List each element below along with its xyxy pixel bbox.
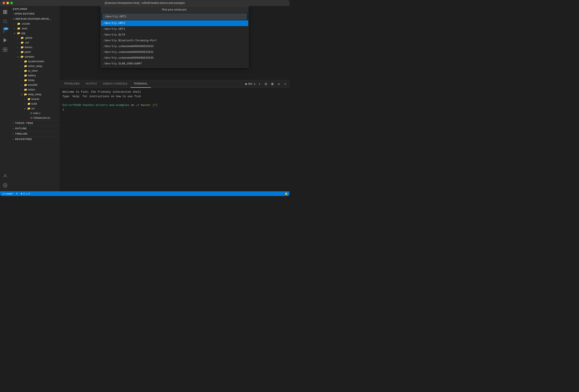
tree-item-patch[interactable]: › 📁 patch: [10, 50, 60, 54]
sync-icon: ↻: [16, 192, 18, 195]
vscode-label: .vscode: [21, 22, 30, 25]
folder-expanded-icon: ∨: [17, 55, 20, 58]
picker-item-1[interactable]: /dev/tty.URT1: [101, 26, 248, 32]
terminal-add-button[interactable]: +: [257, 81, 262, 86]
explorer-activity-icon[interactable]: [1, 8, 9, 16]
tab-output[interactable]: OUTPUT: [83, 80, 100, 88]
tree-item-src[interactable]: ∨ 📂 src: [10, 106, 60, 111]
picker-item-4[interactable]: /dev/tty.usbmodem0009600833633: [101, 43, 248, 49]
open-editors-section[interactable]: › OPEN EDITORS: [10, 11, 60, 16]
tree-item-button[interactable]: › 📁 button: [10, 87, 60, 92]
tree-item-at-client[interactable]: › 📁 at_client: [10, 69, 60, 73]
todos-chevron: ›: [13, 122, 14, 124]
tree-item-west[interactable]: › 📁 .west: [10, 26, 60, 31]
open-editors-label: OPEN EDITORS: [14, 12, 34, 15]
tree-item-boards[interactable]: › 📁 boards: [10, 97, 60, 101]
traffic-lights: [2, 2, 13, 4]
tree-item-out[interactable]: › 📁 .out: [10, 40, 60, 45]
file-c-icon: C: [30, 112, 32, 114]
picker-item-7[interactable]: /dev/tty.SLAB_USBtoUART: [101, 61, 248, 67]
terminal-prompt-symbol: ❯: [63, 108, 64, 111]
timeline-label: TIMELINE: [15, 132, 28, 135]
extensions-activity-icon[interactable]: [1, 45, 9, 54]
source-control-activity-icon[interactable]: 10K: [1, 26, 9, 35]
terminal-content[interactable]: Welcome to fish, the friendly interactiv…: [60, 88, 290, 191]
outline-section: › OUTLINE: [10, 126, 60, 131]
run-activity-icon[interactable]: [1, 36, 9, 45]
tab-problems[interactable]: PROBLEMS: [61, 80, 83, 88]
devicetree-header[interactable]: › DEVICETREE: [10, 137, 60, 142]
tree-item-samples[interactable]: ∨ 📂 samples: [10, 54, 60, 59]
tree-item-blinky[interactable]: › 📁 blinky: [10, 78, 60, 82]
bell-status[interactable]: 🔔: [285, 192, 288, 195]
tree-item-deep-sleep[interactable]: ∨ 📂 deep_sleep: [10, 92, 60, 97]
terminal-split-button[interactable]: ⊟: [263, 81, 269, 86]
picker-search-input[interactable]: [103, 14, 246, 19]
tab-debug-console[interactable]: DEBUG CONSOLE: [100, 80, 131, 88]
terminal-branch-name: master: [141, 104, 151, 107]
todos-header[interactable]: › TODOS: TREE: [10, 120, 60, 126]
sync-status[interactable]: ↻: [16, 192, 18, 195]
svg-marker-9: [4, 39, 7, 42]
button-label: button: [28, 88, 35, 91]
minimize-button[interactable]: [6, 2, 9, 4]
outline-header[interactable]: › OUTLINE: [10, 126, 60, 131]
folder-icon: 📁: [20, 51, 24, 54]
close-button[interactable]: [2, 2, 5, 4]
search-activity-icon[interactable]: [1, 17, 9, 26]
tree-item-build[interactable]: › 📁 build: [10, 101, 60, 106]
tree-item-vscode[interactable]: › 📁 .vscode: [10, 21, 60, 26]
activity-bar: 10K: [0, 6, 10, 191]
terminal-collapse-button[interactable]: ∧: [276, 81, 281, 86]
terminal-line-blank: [63, 99, 287, 103]
out-label: .out: [25, 41, 29, 44]
west-label: .west: [21, 27, 27, 30]
tree-item-main-c[interactable]: C main.c: [10, 111, 60, 116]
maximize-button[interactable]: [10, 2, 13, 4]
outline-label: OUTLINE: [15, 127, 27, 130]
tree-item-drivers[interactable]: › 📁 drivers: [10, 45, 60, 50]
terminal-close-button[interactable]: ×: [283, 81, 288, 86]
folder-collapsed-icon: ›: [24, 98, 27, 100]
terminal-dropdown-icon[interactable]: ∨: [254, 82, 256, 85]
tree-item-github[interactable]: › 📁 .github: [10, 36, 60, 40]
branch-status[interactable]: ⎇ master*: [2, 192, 13, 195]
folder-collapsed-icon: ›: [14, 22, 17, 25]
picker-item-3[interactable]: /dev/tty.Bluetooth-Incoming-Port: [101, 38, 248, 43]
tree-item-active-sleep[interactable]: › 📁 active_sleep: [10, 64, 60, 69]
folder-icon: 📁: [17, 27, 20, 30]
terminal-area: PROBLEMS OUTPUT DEBUG CONSOLE TERMINAL ▶…: [60, 80, 290, 191]
app-label: app: [21, 32, 25, 35]
tab-terminal[interactable]: TERMINAL: [131, 80, 151, 88]
errors-status[interactable]: ⊗ 0 ⚠ 0: [20, 192, 30, 195]
project-root-section[interactable]: ∨ NRF9160-FEATHER-DRIVE...: [10, 16, 60, 21]
terminal-delete-button[interactable]: 🗑: [270, 81, 275, 86]
warnings-count: 0: [28, 192, 30, 195]
tree-item-accelerometer[interactable]: › 📁 accelerometer: [10, 59, 60, 64]
tree-item-app[interactable]: ∨ 📂 app: [10, 31, 60, 36]
settings-activity-icon[interactable]: [1, 181, 9, 190]
timeline-header[interactable]: › TIMELINE: [10, 131, 60, 136]
terminal-branch-suffix: [?]: [152, 104, 157, 107]
picker-item-2[interactable]: /dev/tty.BLTH: [101, 32, 248, 38]
folder-collapsed-icon: ›: [20, 79, 24, 81]
tree-item-cmakelists[interactable]: M CMakeLists.txt: [10, 116, 60, 120]
folder-icon: 📁: [27, 102, 31, 105]
folder-collapsed-icon: ›: [20, 60, 24, 63]
active-sleep-label: active_sleep: [28, 65, 42, 68]
folder-icon: 📁: [24, 65, 27, 68]
picker-item-8[interactable]: /dev/tty.usbserial-14530: [101, 67, 248, 67]
tree-item-battery[interactable]: › 📁 battery: [10, 73, 60, 78]
terminal-line-1: Welcome to fish, the friendly interactiv…: [63, 90, 287, 94]
folder-collapsed-icon: ›: [24, 102, 27, 105]
errors-count: 0: [23, 192, 25, 195]
bme280-label: bme280: [28, 83, 37, 86]
terminal-fish-name: fish: [248, 82, 252, 85]
picker-item-5[interactable]: /dev/tty.usbmodem0009600833631: [101, 49, 248, 55]
folder-collapsed-icon: ›: [17, 41, 20, 44]
devicetree-label: DEVICETREE: [15, 138, 32, 140]
account-activity-icon[interactable]: [1, 172, 9, 180]
tree-item-bme280[interactable]: › 📁 bme280: [10, 82, 60, 87]
picker-item-0[interactable]: /dev/tty.URT2: [101, 20, 248, 26]
picker-item-6[interactable]: /dev/tty.usbmodem0009600833635: [101, 55, 248, 61]
